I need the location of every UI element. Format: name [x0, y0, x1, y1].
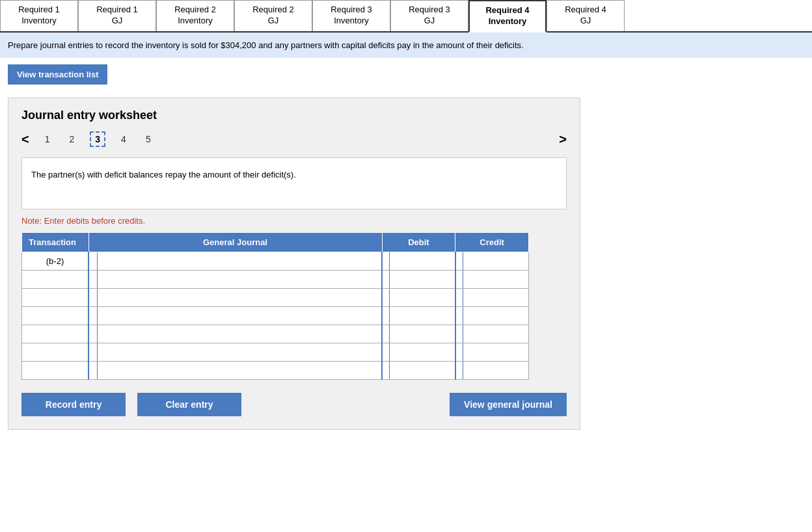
journal-input-2[interactable]: [89, 271, 381, 288]
credit-cell-6[interactable]: [455, 343, 529, 362]
journal-cell-1[interactable]: [88, 252, 382, 271]
debit-cell-1[interactable]: [382, 252, 455, 271]
credit-input-1[interactable]: [456, 252, 528, 270]
debit-input-7[interactable]: [383, 362, 455, 379]
journal-input-7[interactable]: [89, 362, 381, 379]
step-3[interactable]: 3: [90, 131, 105, 147]
debit-input-3[interactable]: [383, 289, 455, 306]
credit-input-4[interactable]: [456, 307, 528, 325]
tab-req2-inv[interactable]: Required 2Inventory: [156, 0, 234, 31]
credit-input-7[interactable]: [456, 362, 528, 379]
journal-cell-3[interactable]: [88, 289, 382, 307]
transaction-cell-2: [22, 271, 89, 289]
debit-cell-3[interactable]: [382, 289, 455, 307]
buttons-row: Record entry Clear entry View general jo…: [21, 393, 567, 416]
clear-entry-button[interactable]: Clear entry: [137, 393, 241, 416]
debit-input-2[interactable]: [383, 271, 455, 288]
table-row: [22, 362, 529, 380]
tab-req3-inv[interactable]: Required 3Inventory: [312, 0, 390, 31]
table-row: [22, 325, 529, 343]
step-5[interactable]: 5: [142, 133, 155, 146]
credit-input-5[interactable]: [456, 325, 528, 343]
credit-cell-3[interactable]: [455, 289, 529, 307]
col-header-general-journal: General Journal: [88, 233, 382, 252]
description-box: The partner(s) with deficit balances rep…: [21, 157, 567, 209]
transaction-cell-1: (b-2): [22, 252, 89, 271]
table-row: [22, 307, 529, 325]
debit-input-4[interactable]: [383, 307, 455, 325]
credit-cell-2[interactable]: [455, 271, 529, 289]
debit-cell-6[interactable]: [382, 343, 455, 362]
worksheet-title: Journal entry worksheet: [21, 109, 567, 122]
next-step-arrow[interactable]: >: [559, 132, 567, 147]
credit-input-2[interactable]: [456, 271, 528, 288]
tab-req4-inv[interactable]: Required 4Inventory: [468, 0, 547, 33]
debit-input-1[interactable]: [383, 252, 455, 270]
journal-cell-6[interactable]: [88, 343, 382, 362]
journal-cell-4[interactable]: [88, 307, 382, 325]
step-1[interactable]: 1: [41, 133, 54, 146]
col-header-transaction: Transaction: [22, 233, 89, 252]
credit-input-3[interactable]: [456, 289, 528, 306]
debit-cell-5[interactable]: [382, 325, 455, 343]
debit-cell-4[interactable]: [382, 307, 455, 325]
table-row: [22, 271, 529, 289]
tab-req2-gj[interactable]: Required 2GJ: [234, 0, 312, 31]
col-header-debit: Debit: [382, 233, 455, 252]
journal-cell-2[interactable]: [88, 271, 382, 289]
transaction-cell-6: [22, 343, 89, 362]
debit-input-6[interactable]: [383, 343, 455, 361]
prev-step-arrow[interactable]: <: [21, 132, 29, 147]
transaction-cell-7: [22, 362, 89, 380]
step-navigation: < 1 2 3 4 5 >: [21, 131, 567, 147]
journal-input-4[interactable]: [89, 307, 381, 325]
tab-bar: Required 1Inventory Required 1GJ Require…: [0, 0, 812, 33]
instruction-text: Prepare journal entries to record the in…: [8, 40, 524, 50]
debit-cell-2[interactable]: [382, 271, 455, 289]
journal-cell-5[interactable]: [88, 325, 382, 343]
credit-cell-7[interactable]: [455, 362, 529, 380]
journal-table: Transaction General Journal Debit Credit…: [21, 232, 529, 380]
journal-cell-7[interactable]: [88, 362, 382, 380]
credit-cell-5[interactable]: [455, 325, 529, 343]
tab-req1-gj[interactable]: Required 1GJ: [78, 0, 156, 31]
credit-cell-4[interactable]: [455, 307, 529, 325]
view-transaction-button[interactable]: View transaction list: [8, 64, 107, 85]
journal-input-6[interactable]: [89, 343, 381, 361]
tab-req1-inv[interactable]: Required 1Inventory: [0, 0, 78, 31]
note-text: Note: Enter debits before credits.: [21, 216, 567, 226]
credit-input-6[interactable]: [456, 343, 528, 361]
step-4[interactable]: 4: [117, 133, 130, 146]
worksheet-container: Journal entry worksheet < 1 2 3 4 5 > Th…: [8, 98, 580, 430]
description-text: The partner(s) with deficit balances rep…: [31, 170, 296, 180]
credit-cell-1[interactable]: [455, 252, 529, 271]
tab-req4-gj[interactable]: Required 4GJ: [547, 0, 625, 31]
debit-cell-7[interactable]: [382, 362, 455, 380]
instruction-bar: Prepare journal entries to record the in…: [0, 33, 812, 59]
table-row: (b-2): [22, 252, 529, 271]
transaction-cell-5: [22, 325, 89, 343]
step-2[interactable]: 2: [65, 133, 78, 146]
transaction-cell-4: [22, 307, 89, 325]
col-header-credit: Credit: [455, 233, 529, 252]
journal-input-1[interactable]: [89, 252, 381, 270]
debit-input-5[interactable]: [383, 325, 455, 343]
journal-input-3[interactable]: [89, 289, 381, 306]
view-general-journal-button[interactable]: View general journal: [450, 393, 567, 416]
transaction-cell-3: [22, 289, 89, 307]
table-row: [22, 289, 529, 307]
tab-req3-gj[interactable]: Required 3GJ: [390, 0, 468, 31]
table-row: [22, 343, 529, 362]
journal-input-5[interactable]: [89, 325, 381, 343]
record-entry-button[interactable]: Record entry: [21, 393, 126, 416]
